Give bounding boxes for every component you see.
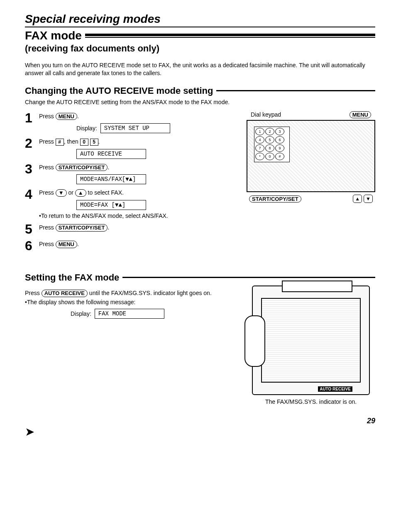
keypad-4: 4 xyxy=(255,136,264,144)
set-mode-text: Press AUTO RECEIVE until the FAX/MSG.SYS… xyxy=(25,286,235,319)
hash-key: # xyxy=(56,139,64,145)
keypad-star: * xyxy=(255,153,264,160)
step-1: 1 Press MENU. Display: SYSTEM SET UP xyxy=(25,111,235,134)
keypad-hash: # xyxy=(275,153,284,160)
keypad-9: 9 xyxy=(275,144,284,152)
display-box: MODE=FAX [▼▲] xyxy=(76,200,146,210)
subheading-row-change: Changing the AUTO RECEIVE mode setting xyxy=(25,85,375,96)
fax-body-icon xyxy=(261,298,361,383)
set-line1-suffix: until the FAX/MSG.SYS. indicator light g… xyxy=(88,290,212,296)
keypad-0: 0 xyxy=(265,153,274,160)
step-text: Press xyxy=(39,189,56,196)
keypad-5: 5 xyxy=(265,136,274,144)
step-number: 2 xyxy=(25,137,34,159)
step-number: 5 xyxy=(25,222,34,236)
fax-machine-illustration: AUTO RECEIVE xyxy=(252,286,370,395)
keypad-3: 3 xyxy=(275,128,284,135)
keypad-1: 1 xyxy=(255,128,264,135)
page-title: Special receiving modes xyxy=(25,12,375,27)
keypad-figure: Dial keypad MENU 123 456 789 *0# START/C… xyxy=(247,111,375,256)
step-2: 2 Press #, then 0 5. AUTO RECEIVE xyxy=(25,137,235,159)
step-suffix: . xyxy=(108,164,109,171)
up-arrow-key: ▲ xyxy=(75,189,86,197)
menu-key: MENU xyxy=(56,241,77,248)
step-text: Press xyxy=(39,224,56,231)
steps-column: 1 Press MENU. Display: SYSTEM SET UP 2 P… xyxy=(25,111,235,256)
up-arrow-icon: ▲ xyxy=(353,195,362,203)
display-box: MODE=ANS/FAX[▼▲] xyxy=(76,174,146,184)
subheading-set: Setting the FAX mode xyxy=(25,272,122,283)
step-suffix: . xyxy=(98,138,100,145)
step-number: 4 xyxy=(25,188,34,219)
step-text: Press xyxy=(39,138,56,145)
dial-keypad-illustration: 123 456 789 *0# xyxy=(254,127,290,162)
zero-key: 0 xyxy=(80,139,88,145)
start-copy-set-key: START/COPY/SET xyxy=(56,164,108,171)
step-number: 6 xyxy=(25,239,34,252)
step-text: Press xyxy=(39,164,56,171)
step-suffix: . xyxy=(108,224,109,231)
display-label: Display: xyxy=(76,125,97,132)
rule-thin xyxy=(216,90,375,91)
fax-machine-figure: AUTO RECEIVE The FAX/MSG.SYS. indicator … xyxy=(247,286,375,405)
handset-icon xyxy=(244,315,265,367)
display-label: Display: xyxy=(71,310,91,317)
page-number: 29 xyxy=(25,417,375,425)
start-copy-set-key: START/COPY/SET xyxy=(56,224,108,232)
display-box: SYSTEM SET UP xyxy=(100,123,170,133)
indicator-caption: The FAX/MSG.SYS. indicator is on. xyxy=(247,398,375,405)
device-top-illustration: 123 456 789 *0# xyxy=(247,120,375,192)
step-suffix: to select FAX. xyxy=(86,189,124,196)
mode-title: FAX mode xyxy=(25,29,85,42)
rule-heavy xyxy=(85,34,375,38)
subheading-change: Changing the AUTO RECEIVE mode setting xyxy=(25,85,216,96)
keypad-8: 8 xyxy=(265,144,274,152)
step-6: 6 Press MENU. xyxy=(25,239,235,252)
mode-title-row: FAX mode xyxy=(25,29,375,42)
change-intro: Change the AUTO RECEIVE setting from the… xyxy=(25,99,375,105)
step-number: 3 xyxy=(25,162,34,185)
intro-paragraph: When you turn on the AUTO RECEIVE mode s… xyxy=(25,61,375,77)
step-note: •To return to the ANS/FAX mode, select A… xyxy=(39,212,235,219)
down-arrow-icon: ▼ xyxy=(364,195,373,203)
step-suffix: . xyxy=(77,113,79,120)
five-key: 5 xyxy=(90,139,98,145)
auto-receive-key: AUTO RECEIVE xyxy=(42,290,88,297)
pointer-icon: ➤ xyxy=(25,425,34,439)
keypad-6: 6 xyxy=(275,136,284,144)
auto-receive-label: AUTO RECEIVE xyxy=(318,386,352,392)
figure-label-start-copy-set: START/COPY/SET xyxy=(249,195,301,203)
rule-thin xyxy=(122,277,375,278)
step-4: 4 Press ▼ or ▲ to select FAX. MODE=FAX [… xyxy=(25,188,235,219)
menu-key: MENU xyxy=(56,113,77,120)
step-suffix: . xyxy=(77,241,79,247)
down-arrow-key: ▼ xyxy=(56,189,67,197)
set-line2: •The display shows the following message… xyxy=(25,299,235,305)
step-number: 1 xyxy=(25,111,34,134)
step-3: 3 Press START/COPY/SET. MODE=ANS/FAX[▼▲] xyxy=(25,162,235,185)
display-box: AUTO RECEIVE xyxy=(76,149,146,159)
mode-subtitle: (receiving fax documents only) xyxy=(25,43,375,54)
set-line1-prefix: Press xyxy=(25,290,42,296)
step-text: Press xyxy=(39,241,56,247)
figure-label-dial-keypad: Dial keypad xyxy=(251,111,281,119)
display-box: FAX MODE xyxy=(95,309,164,319)
keypad-7: 7 xyxy=(255,144,264,152)
keypad-2: 2 xyxy=(265,128,274,135)
figure-label-menu: MENU xyxy=(350,111,371,119)
step-5: 5 Press START/COPY/SET. xyxy=(25,222,235,236)
step-text: Press xyxy=(39,113,56,120)
paper-tray-icon xyxy=(282,281,352,292)
